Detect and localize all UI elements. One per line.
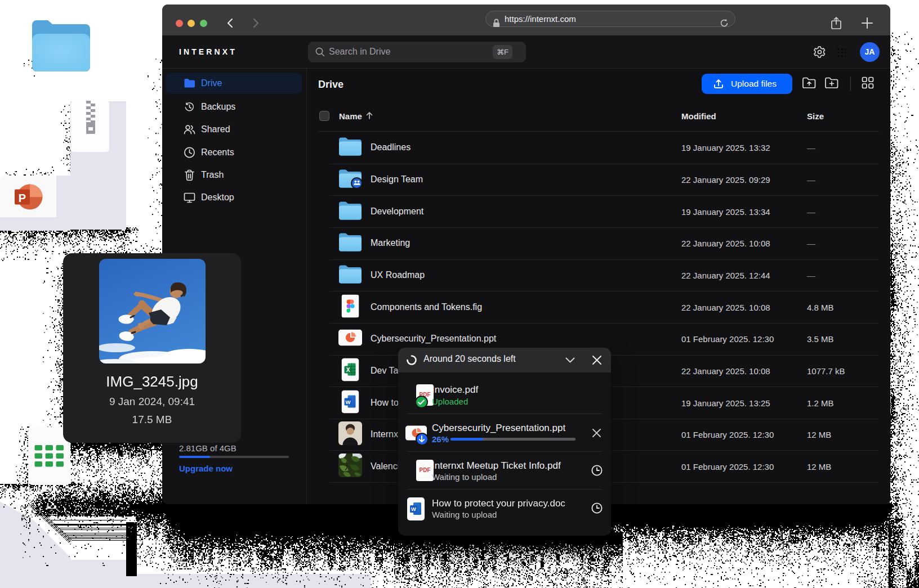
svg-text:W: W <box>346 398 351 405</box>
svg-text:X: X <box>346 366 350 372</box>
svg-text:P: P <box>19 192 26 204</box>
svg-text:W: W <box>411 506 416 512</box>
